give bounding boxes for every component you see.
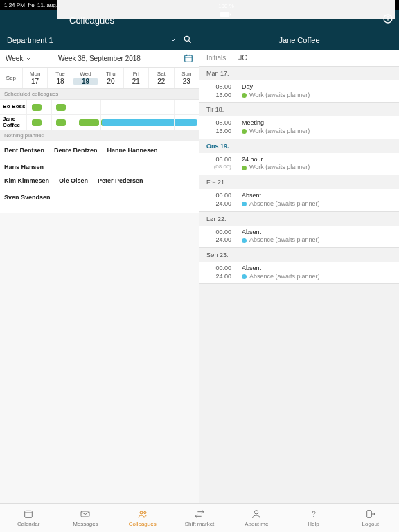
- nothing-planned-label: Nothing planned: [0, 130, 199, 141]
- person-icon: [251, 508, 262, 520]
- person-link[interactable]: Hans Hansen: [4, 163, 44, 170]
- day-section: Fre 21. 00.0024.00 AbsentAbsence (awaits…: [200, 175, 399, 211]
- day-section: Tir 18. 08.0016.00 MeetingWork (awaits p…: [200, 103, 399, 139]
- schedule-entry[interactable]: 00.0024.00 AbsentAbsence (awaits planner…: [200, 189, 399, 211]
- department-label: Department 1: [7, 36, 53, 44]
- status-date: fre. 11. aug.: [28, 2, 57, 8]
- month-label: Sep: [0, 68, 22, 88]
- unscheduled-list: Bent Bentsen Bente Bentzen Hanne Hannese…: [0, 141, 199, 213]
- status-dot: [242, 274, 247, 279]
- day-header: Søn 23.: [200, 248, 399, 262]
- schedule-row-janecoffee[interactable]: Jane Coffee: [0, 115, 199, 130]
- detail-panel: Initials JC Man 17. 08.0016.00 DayWork (…: [200, 50, 399, 503]
- logout-icon: [365, 508, 376, 520]
- tab-colleagues[interactable]: Colleagues: [114, 504, 171, 532]
- status-dot: [242, 93, 247, 98]
- bottom-nav: Calendar Messages Colleagues Shift marke…: [0, 503, 399, 532]
- initials-row: Initials JC: [200, 50, 399, 66]
- person-link[interactable]: Sven Svendsen: [4, 194, 51, 201]
- day-section: Man 17. 08.0016.00 DayWork (awaits plann…: [200, 66, 399, 103]
- scheduled-label: Scheduled colleagues: [0, 89, 199, 100]
- view-mode-selector[interactable]: Week: [6, 55, 31, 62]
- tab-help[interactable]: Help: [285, 504, 342, 532]
- person-link[interactable]: Kim Kimmesen: [4, 177, 49, 184]
- day-header: Man 17.: [200, 66, 399, 80]
- day-header-row: Sep Mon17 Tue18 Wed19 Thu20 Fri21 Sat22 …: [0, 68, 199, 89]
- schedule-entry[interactable]: 08.0016.00 MeetingWork (awaits planner): [200, 116, 399, 138]
- day-col-tue[interactable]: Tue18: [47, 68, 72, 88]
- tab-logout[interactable]: Logout: [342, 504, 399, 532]
- person-name: Bo Boss: [0, 104, 26, 110]
- help-icon: [308, 508, 319, 520]
- search-icon[interactable]: [183, 35, 193, 46]
- person-link[interactable]: Hanne Hannesen: [107, 147, 158, 154]
- department-selector[interactable]: Department 1: [0, 35, 200, 46]
- schedule-entry[interactable]: 08.00(08.00) 24 hourWork (awaits planner…: [200, 153, 399, 175]
- svg-point-15: [143, 511, 145, 513]
- initials-value: JC: [238, 54, 247, 62]
- schedule-entry[interactable]: 00.0024.00 AbsentAbsence (awaits planner…: [200, 226, 399, 247]
- chevron-down-icon: [26, 56, 31, 62]
- selected-person: Jane Coffee: [200, 36, 399, 44]
- day-header: Fre 21.: [200, 175, 399, 189]
- status-bar: 1:24 PM fre. 11. aug. 100 %: [0, 0, 399, 10]
- chevron-down-icon: [170, 36, 176, 44]
- mail-icon: [80, 508, 91, 520]
- week-bar: Week Week 38, September 2018: [0, 50, 199, 68]
- person-link[interactable]: Peter Pedersen: [98, 177, 143, 184]
- person-link[interactable]: Bent Bentsen: [4, 147, 44, 154]
- status-dot: [242, 129, 247, 134]
- person-link[interactable]: Ole Olsen: [59, 177, 88, 184]
- people-icon: [137, 508, 148, 520]
- day-section: Lør 22. 00.0024.00 AbsentAbsence (awaits…: [200, 212, 399, 248]
- day-header: Lør 22.: [200, 212, 399, 226]
- status-dot: [242, 202, 247, 206]
- calendar-icon: [23, 508, 34, 520]
- battery-pct: 100 %: [218, 3, 234, 9]
- svg-line-6: [189, 41, 191, 43]
- schedule-panel: Week Week 38, September 2018 Sep Mon17 T…: [0, 50, 200, 503]
- person-name: Jane Coffee: [0, 116, 26, 129]
- tab-shift-market[interactable]: Shift market: [171, 504, 228, 532]
- week-label: Week 38, September 2018: [58, 55, 141, 62]
- view-mode-label: Week: [6, 55, 23, 62]
- svg-point-4: [388, 16, 389, 17]
- day-header: Tir 18.: [200, 103, 399, 116]
- svg-rect-11: [25, 511, 33, 517]
- tab-messages[interactable]: Messages: [57, 504, 114, 532]
- day-col-mon[interactable]: Mon17: [22, 68, 47, 88]
- day-col-sun[interactable]: Sun23: [174, 68, 199, 88]
- svg-point-18: [255, 511, 258, 514]
- tab-about-me[interactable]: About me: [228, 504, 285, 532]
- svg-point-5: [184, 36, 189, 41]
- info-icon[interactable]: [382, 13, 393, 27]
- day-section: Søn 23. 00.0024.00 AbsentAbsence (awaits…: [200, 248, 399, 284]
- day-col-fri[interactable]: Fri21: [123, 68, 148, 88]
- svg-rect-7: [185, 55, 193, 61]
- svg-point-14: [140, 511, 143, 514]
- initials-label: Initials: [206, 54, 226, 62]
- status-dot: [242, 238, 247, 243]
- page-title: Colleagues: [69, 15, 114, 26]
- person-link[interactable]: Bente Bentzen: [54, 147, 98, 154]
- schedule-entry[interactable]: 00.0024.00 AbsentAbsence (awaits planner…: [200, 262, 399, 283]
- schedule-row-boboss[interactable]: Bo Boss: [0, 100, 199, 115]
- tab-calendar[interactable]: Calendar: [0, 504, 57, 532]
- app-header: Colleagues Department 1 Jane Coffee: [0, 10, 399, 50]
- day-col-wed[interactable]: Wed19: [73, 68, 98, 88]
- svg-rect-13: [81, 511, 89, 517]
- day-header: Ons 19.: [200, 139, 399, 153]
- calendar-icon[interactable]: [184, 53, 193, 64]
- status-dot: [242, 166, 247, 170]
- day-col-thu[interactable]: Thu20: [98, 68, 123, 88]
- schedule-entry[interactable]: 08.0016.00 DayWork (awaits planner): [200, 80, 399, 102]
- status-time: 1:24 PM: [4, 2, 25, 8]
- day-section: Ons 19. 08.00(08.00) 24 hourWork (awaits…: [200, 139, 399, 175]
- swap-icon: [194, 508, 205, 520]
- day-col-sat[interactable]: Sat22: [148, 68, 173, 88]
- svg-point-19: [313, 516, 314, 517]
